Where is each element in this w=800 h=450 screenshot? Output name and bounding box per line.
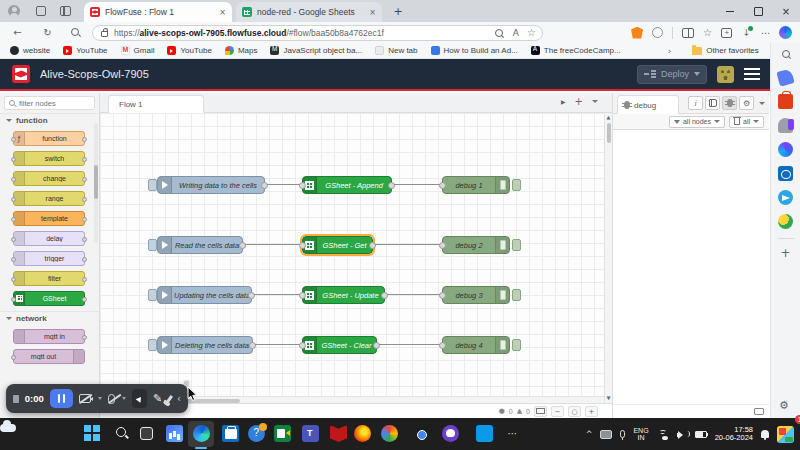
sidebar-menu-icon[interactable] bbox=[759, 102, 765, 105]
palette-node-switch[interactable]: switch bbox=[13, 151, 85, 166]
telegram-icon[interactable] bbox=[778, 190, 793, 205]
workspaces-icon[interactable] bbox=[36, 6, 46, 16]
output-port[interactable] bbox=[369, 242, 376, 249]
clock[interactable]: 17:5820-06-2024 bbox=[715, 426, 753, 443]
debug-tab[interactable]: debug bbox=[617, 95, 679, 114]
tools-icon[interactable] bbox=[778, 94, 793, 109]
browser-icon[interactable] bbox=[381, 425, 398, 442]
clear-messages-button[interactable]: all bbox=[729, 116, 764, 128]
palette-node-trigger[interactable]: trigger bbox=[13, 251, 85, 266]
input-port[interactable] bbox=[439, 342, 446, 349]
filter-nodes-input[interactable] bbox=[19, 99, 89, 108]
bookmark-item[interactable]: website bbox=[10, 46, 50, 55]
output-port[interactable] bbox=[381, 292, 388, 299]
input-port[interactable] bbox=[439, 182, 446, 189]
mcafee-icon[interactable] bbox=[330, 425, 347, 442]
node-inject-get[interactable]: Read the cells data bbox=[157, 236, 243, 254]
bookmark-item[interactable]: How to Build an Ad... bbox=[431, 46, 518, 55]
shopping-icon[interactable] bbox=[776, 68, 794, 86]
debug-toggle-button[interactable] bbox=[512, 339, 521, 351]
metamask-icon[interactable] bbox=[631, 27, 643, 39]
collections-icon[interactable] bbox=[721, 28, 732, 38]
restore-button[interactable] bbox=[744, 0, 772, 22]
inject-button[interactable] bbox=[148, 239, 157, 251]
github-desktop-icon[interactable] bbox=[442, 425, 459, 442]
back-icon[interactable]: ← bbox=[10, 25, 25, 40]
edge-icon[interactable] bbox=[193, 425, 210, 442]
input-port[interactable] bbox=[299, 342, 306, 349]
camera-off-icon[interactable] bbox=[79, 394, 91, 403]
output-port[interactable] bbox=[249, 342, 256, 349]
node-inject-clear[interactable]: Deleting the cells data bbox=[157, 336, 253, 354]
palette-node-template[interactable]: template bbox=[13, 211, 85, 226]
palette-node-filter[interactable]: filter bbox=[13, 271, 85, 286]
teams-icon[interactable] bbox=[302, 425, 319, 442]
node-inject-append[interactable]: Writing data to the cells bbox=[157, 176, 265, 194]
start-button[interactable] bbox=[84, 425, 101, 442]
bookmarks-overflow-icon[interactable]: › bbox=[668, 46, 672, 56]
hidden-icons-chevron[interactable]: ^ bbox=[586, 430, 593, 439]
palette-node-range[interactable]: range bbox=[13, 191, 85, 206]
pen-tool-icon[interactable]: ✎ bbox=[153, 392, 162, 405]
input-port[interactable] bbox=[299, 292, 306, 299]
output-port[interactable] bbox=[388, 182, 395, 189]
widgets-icon[interactable] bbox=[166, 425, 183, 442]
new-tab-button[interactable]: + bbox=[391, 5, 405, 19]
tab-close-icon[interactable]: × bbox=[219, 8, 226, 17]
camera-menu-icon[interactable] bbox=[98, 397, 102, 400]
outlook-icon[interactable] bbox=[778, 166, 793, 181]
office-profile-icon[interactable] bbox=[778, 118, 793, 133]
scroll-down-icon[interactable]: ▲ bbox=[605, 395, 612, 403]
debug-toggle-button[interactable] bbox=[512, 239, 521, 251]
cursor-tool-button[interactable] bbox=[132, 389, 147, 408]
palette-node-change[interactable]: change bbox=[13, 171, 85, 186]
open-window-icon[interactable] bbox=[754, 408, 764, 415]
node-debug-4[interactable]: debug 4 bbox=[442, 336, 510, 354]
help-tab-button[interactable] bbox=[705, 96, 720, 110]
palette-node-mqtt-in[interactable]: mqtt in bbox=[13, 329, 85, 344]
scrollbar-thumb[interactable] bbox=[607, 123, 611, 143]
firefox-icon[interactable] bbox=[354, 425, 371, 442]
flowfuse-logo[interactable] bbox=[12, 65, 30, 83]
split-screen-icon[interactable] bbox=[682, 28, 694, 38]
node-gsheet-update[interactable]: GSheet - Update bbox=[302, 286, 385, 304]
output-port[interactable] bbox=[239, 242, 246, 249]
flow-canvas[interactable]: Writing data to the cells GSheet - Appen… bbox=[100, 113, 612, 403]
read-aloud-icon[interactable]: A bbox=[513, 28, 519, 38]
cast-icon[interactable] bbox=[600, 430, 612, 439]
menu-icon[interactable] bbox=[744, 68, 760, 80]
browser-tab-flowfuse[interactable]: FlowFuse : Flow 1 × bbox=[84, 2, 232, 22]
palette-category-function[interactable]: function bbox=[0, 113, 99, 126]
browser-profile-icon[interactable] bbox=[8, 5, 20, 17]
debug-toggle-button[interactable] bbox=[512, 179, 521, 191]
meet-icon[interactable] bbox=[274, 425, 291, 442]
output-port[interactable] bbox=[261, 182, 268, 189]
config-tab-button[interactable]: ⚙ bbox=[739, 96, 754, 110]
node-gsheet-clear[interactable]: GSheet - Clear bbox=[302, 336, 377, 354]
extension-icon[interactable] bbox=[652, 27, 663, 38]
node-debug-2[interactable]: debug 2 bbox=[442, 236, 510, 254]
palette-node-delay[interactable]: delay bbox=[13, 231, 85, 246]
debug-toggle-button[interactable] bbox=[512, 289, 521, 301]
canvas-vscrollbar[interactable]: ▲ ▲ bbox=[604, 113, 612, 403]
zoom-icon[interactable] bbox=[492, 26, 505, 39]
deploy-caret-icon[interactable] bbox=[694, 72, 700, 76]
pause-button[interactable] bbox=[50, 389, 74, 408]
m365-copilot-icon[interactable] bbox=[778, 142, 793, 157]
scroll-up-icon[interactable]: ▲ bbox=[605, 113, 612, 121]
navigator-button[interactable] bbox=[534, 406, 547, 417]
refresh-icon[interactable]: ↻ bbox=[40, 25, 55, 40]
deploy-button[interactable]: Deploy bbox=[637, 65, 707, 84]
info-tab-button[interactable]: i bbox=[688, 96, 703, 110]
add-flow-button[interactable]: + bbox=[575, 96, 583, 107]
notifications-bell-icon[interactable] bbox=[761, 430, 769, 438]
vscode-icon[interactable] bbox=[476, 425, 493, 442]
stop-icon[interactable] bbox=[13, 395, 19, 403]
palette-node-function[interactable]: ƒfunction bbox=[13, 131, 85, 146]
eraser-tool-icon[interactable] bbox=[166, 394, 173, 402]
zoom-reset-button[interactable]: ○ bbox=[568, 406, 581, 417]
store-icon[interactable] bbox=[222, 425, 239, 442]
tab-actions-icon[interactable] bbox=[60, 6, 71, 16]
flow-list-icon[interactable] bbox=[592, 100, 598, 103]
taskbar-search-icon[interactable] bbox=[114, 425, 131, 442]
